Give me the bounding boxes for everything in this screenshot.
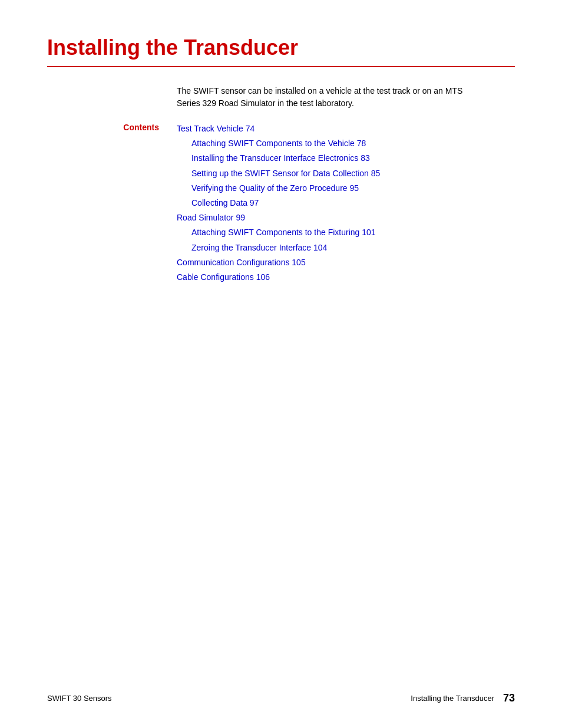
- toc-item[interactable]: Setting up the SWIFT Sensor for Data Col…: [191, 166, 515, 181]
- footer-page-label: Installing the Transducer: [411, 694, 494, 703]
- page: Installing the Transducer The SWIFT sens…: [0, 0, 562, 728]
- page-title: Installing the Transducer: [47, 35, 515, 60]
- toc-item[interactable]: Test Track Vehicle 74: [177, 121, 515, 136]
- toc-item[interactable]: Attaching SWIFT Components to the Fixtur…: [191, 225, 515, 240]
- toc-item[interactable]: Communication Configurations 105: [177, 255, 515, 270]
- toc-item[interactable]: Cable Configurations 106: [177, 270, 515, 285]
- contents-label: Contents: [47, 121, 177, 285]
- footer-left-text: SWIFT 30 Sensors: [47, 694, 112, 703]
- contents-section: Contents Test Track Vehicle 74Attaching …: [47, 121, 515, 285]
- footer-page-number: 73: [503, 692, 515, 704]
- title-divider: [47, 66, 515, 67]
- table-of-contents: Test Track Vehicle 74Attaching SWIFT Com…: [177, 121, 515, 285]
- toc-item[interactable]: Zeroing the Transducer Interface 104: [191, 241, 515, 255]
- intro-text: The SWIFT sensor can be installed on a v…: [177, 85, 471, 110]
- toc-item[interactable]: Installing the Transducer Interface Elec…: [191, 151, 515, 166]
- toc-item[interactable]: Verifying the Quality of the Zero Proced…: [191, 181, 515, 196]
- toc-item[interactable]: Road Simulator 99: [177, 210, 515, 225]
- page-footer: SWIFT 30 Sensors Installing the Transduc…: [47, 692, 515, 704]
- toc-item[interactable]: Attaching SWIFT Components to the Vehicl…: [191, 136, 515, 151]
- toc-item[interactable]: Collecting Data 97: [191, 196, 515, 210]
- footer-right: Installing the Transducer 73: [411, 692, 515, 704]
